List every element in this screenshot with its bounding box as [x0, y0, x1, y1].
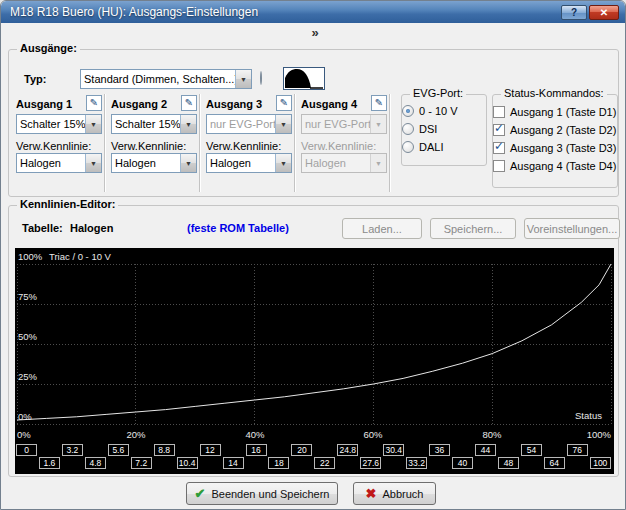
evg-port-group: EVG-Port: 0 - 10 V DSI DALI	[401, 94, 487, 166]
radio-0-10v[interactable]: 0 - 10 V	[402, 105, 458, 117]
radio-label: 0 - 10 V	[419, 105, 458, 117]
output-4-edit-button[interactable]: ✎	[371, 95, 387, 111]
scale-value-box[interactable]: 4.8	[85, 457, 106, 469]
output-1-kennlinie-label: Verw.Kennlinie:	[16, 140, 91, 152]
scale-value-box[interactable]: 16	[246, 444, 267, 456]
column-separator	[104, 94, 106, 192]
output-4-kennlinie-select: Halogen ▼	[301, 153, 387, 173]
scale-value-box[interactable]: 40	[452, 457, 473, 469]
radio-icon	[402, 123, 414, 135]
scale-value-box[interactable]: 76	[567, 444, 588, 456]
ausgaenge-group-label: Ausgänge:	[17, 42, 80, 54]
output-4-kennlinie-value: Halogen	[302, 154, 370, 172]
checkbox-icon	[493, 106, 505, 118]
checkbox-ausgang-3[interactable]: ✓ Ausgang 3 (Taste D3)	[493, 142, 616, 154]
typ-curve-radio[interactable]	[260, 71, 262, 85]
save-and-close-button[interactable]: ✔ Beenden und Speichern	[186, 482, 338, 505]
scale-value-box[interactable]: 24.8	[337, 444, 358, 456]
save-and-close-label: Beenden und Speichern	[211, 488, 329, 500]
column-separator	[199, 94, 201, 192]
ausgaenge-group: Ausgänge: Typ: Standard (Dimmen, Schalte…	[8, 49, 619, 197]
radio-dali[interactable]: DALI	[402, 141, 443, 153]
scale-value-box[interactable]: 54	[521, 444, 542, 456]
rom-table-note: (feste ROM Tabelle)	[187, 222, 289, 234]
output-4-mode-value: nur EVG-Port	[302, 115, 370, 133]
output-1-header: Ausgang 1	[16, 98, 72, 110]
scale-value-box[interactable]: 30.4	[383, 444, 404, 456]
load-button: Laden...	[342, 218, 422, 239]
scale-value-box[interactable]: 44	[475, 444, 496, 456]
output-3-kennlinie-select[interactable]: Halogen ▼	[206, 153, 292, 173]
output-1-mode-select[interactable]: Schalter 15% ▼	[16, 114, 102, 134]
scale-value-box[interactable]: 22	[314, 457, 335, 469]
output-column-3: Ausgang 3 ✎ nur EVG-Port ▼ Verw.Kennlini…	[204, 94, 294, 192]
scale-value-box[interactable]: 48	[498, 457, 519, 469]
dropdown-arrow-icon: ▼	[370, 115, 386, 133]
output-2-mode-select[interactable]: Schalter 15% ▼	[111, 114, 197, 134]
dropdown-arrow-icon: ▼	[180, 115, 196, 133]
typ-label: Typ:	[24, 73, 46, 85]
scale-value-box[interactable]: 33.2	[406, 457, 427, 469]
radio-icon	[402, 141, 414, 153]
scale-value-box[interactable]: 12	[200, 444, 221, 456]
kennlinie-chart-panel[interactable]: Triac / 0 - 10 V Status 100%75%50%25%0%0…	[15, 248, 614, 474]
output-1-mode-value: Schalter 15%	[17, 115, 85, 133]
red-cross-icon: ✖	[366, 486, 377, 501]
scale-value-box[interactable]: 7.2	[131, 457, 152, 469]
scale-value-box[interactable]: 3.2	[62, 444, 83, 456]
scale-value-box[interactable]: 14	[223, 457, 244, 469]
typ-select[interactable]: Standard (Dimmen, Schalten...) ▼	[80, 69, 252, 89]
output-3-edit-button[interactable]: ✎	[276, 95, 292, 111]
dropdown-arrow-icon: ▼	[370, 154, 386, 172]
checkbox-ausgang-1[interactable]: Ausgang 1 (Taste D1)	[493, 106, 616, 118]
scale-value-box[interactable]: 8.8	[154, 444, 175, 456]
status-kommandos-group-label: Status-Kommandos:	[501, 87, 607, 99]
help-button[interactable]: ?	[561, 5, 587, 20]
scale-value-box[interactable]: 100	[590, 457, 611, 469]
edit-icon: ✎	[280, 98, 288, 108]
checkbox-icon: ✓	[493, 124, 505, 136]
checkbox-ausgang-4[interactable]: Ausgang 4 (Taste D4)	[493, 160, 616, 172]
x-axis-tick: 20%	[126, 430, 145, 440]
close-button[interactable]: ✕	[589, 5, 619, 20]
collapse-button[interactable]: »	[297, 24, 333, 40]
dropdown-arrow-icon: ▼	[180, 154, 196, 172]
scale-value-box[interactable]: 20	[291, 444, 312, 456]
output-1-edit-button[interactable]: ✎	[86, 95, 102, 111]
scale-value-box[interactable]: 64	[544, 457, 565, 469]
x-axis-tick: 80%	[482, 430, 501, 440]
output-4-kennlinie-label: Verw.Kennlinie:	[301, 140, 376, 152]
output-3-kennlinie-label: Verw.Kennlinie:	[206, 140, 281, 152]
y-axis-tick: 50%	[18, 332, 37, 342]
scale-value-box[interactable]: 36	[429, 444, 450, 456]
cancel-button[interactable]: ✖ Abbruch	[353, 482, 436, 505]
radio-dsi[interactable]: DSI	[402, 123, 437, 135]
scale-value-box[interactable]: 10.4	[177, 457, 198, 469]
output-2-edit-button[interactable]: ✎	[181, 95, 197, 111]
scale-value-box[interactable]: 18	[268, 457, 289, 469]
presets-button: Voreinstellungen...	[524, 218, 620, 239]
output-2-kennlinie-value: Halogen	[112, 154, 180, 172]
x-axis-tick: 0%	[17, 430, 31, 440]
kennlinie-curve-svg	[15, 248, 614, 474]
output-2-mode-value: Schalter 15%	[112, 115, 180, 133]
checkbox-ausgang-2[interactable]: ✓ Ausgang 2 (Taste D2)	[493, 124, 616, 136]
scale-value-box[interactable]: 0	[16, 444, 37, 456]
output-1-kennlinie-value: Halogen	[17, 154, 85, 172]
scale-value-box[interactable]: 1.6	[39, 457, 60, 469]
y-axis-tick: 0%	[18, 412, 32, 422]
y-axis-tick: 75%	[18, 292, 37, 302]
output-3-mode-value: nur EVG-Port	[207, 115, 275, 133]
output-2-kennlinie-select[interactable]: Halogen ▼	[111, 153, 197, 173]
green-check-icon: ✔	[195, 486, 206, 501]
titlebar[interactable]: M18 R18 Buero (HU): Ausgangs-Einstellung…	[1, 1, 625, 23]
save-button: Speichern...	[430, 218, 516, 239]
y-axis-tick: 100%	[18, 252, 42, 262]
check-icon: ✓	[494, 140, 504, 152]
scale-value-box[interactable]: 5.6	[108, 444, 129, 456]
scale-value-box[interactable]: 27.6	[360, 457, 381, 469]
output-1-kennlinie-select[interactable]: Halogen ▼	[16, 153, 102, 173]
output-column-2: Ausgang 2 ✎ Schalter 15% ▼ Verw.Kennlini…	[109, 94, 199, 192]
output-2-header: Ausgang 2	[111, 98, 167, 110]
chart-mode-label: Triac / 0 - 10 V	[49, 252, 111, 262]
